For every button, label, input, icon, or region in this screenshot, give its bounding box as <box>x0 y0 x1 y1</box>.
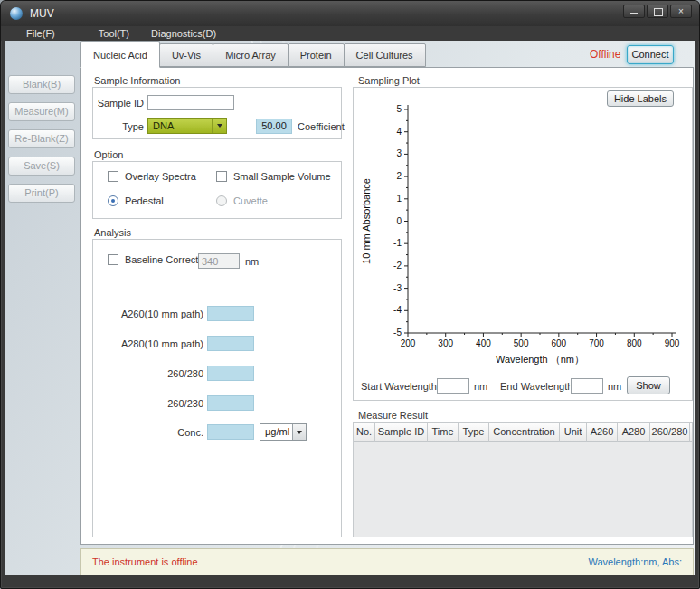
conc-label: Conc. <box>93 427 203 438</box>
start-wavelength-unit: nm <box>474 381 487 392</box>
svg-text:Wavelength （nm）: Wavelength （nm） <box>496 354 584 365</box>
title-bar: MUV × <box>1 1 699 26</box>
svg-text:2: 2 <box>396 171 402 181</box>
svg-text:400: 400 <box>476 338 491 348</box>
ratio-260-230-value <box>207 395 254 411</box>
sampling-plot-group: Hide Labels -5-4-3-2-1012345200300400500… <box>353 87 693 401</box>
tab-uv-vis[interactable]: Uv-Vis <box>159 43 213 67</box>
conc-value <box>207 424 254 440</box>
checkbox-icon <box>108 254 118 265</box>
option-title: Option <box>94 149 123 160</box>
small-sample-volume-checkbox[interactable]: Small Sample Volume <box>216 171 331 182</box>
connect-button[interactable]: Connect <box>627 45 674 64</box>
close-button[interactable]: × <box>670 5 692 18</box>
re-blank-button[interactable]: Re-Blank(Z) <box>8 129 75 148</box>
conc-unit-value: µg/ml <box>260 424 292 440</box>
checkbox-icon <box>216 171 227 182</box>
measure-result-title: Measure Result <box>358 410 428 421</box>
window-title: MUV <box>30 7 54 20</box>
end-wavelength-unit: nm <box>608 381 621 392</box>
column-sample-id: Sample ID <box>375 423 428 442</box>
radio-selected-icon <box>108 195 118 206</box>
window-controls: × <box>623 5 692 18</box>
ratio-260-280-label: 260/280 <box>93 368 203 379</box>
column-260-280: 260/280 <box>650 423 690 442</box>
chevron-down-icon <box>212 119 226 133</box>
sample-id-input[interactable] <box>147 95 234 110</box>
column-a280: A280 <box>618 423 650 442</box>
blank-button[interactable]: Blank(B) <box>8 75 75 94</box>
tab-protein[interactable]: Protein <box>288 43 345 67</box>
connection-status-label: Offline <box>590 48 620 61</box>
a280-label: A280(10 mm path) <box>93 338 203 349</box>
status-readout: Wavelength:nm, Abs: <box>588 556 682 567</box>
minimize-button[interactable] <box>623 5 645 18</box>
overlay-spectra-checkbox[interactable]: Overlay Spectra <box>108 171 196 182</box>
svg-text:200: 200 <box>401 338 416 348</box>
svg-text:10 mm Absorbance: 10 mm Absorbance <box>361 178 372 264</box>
maximize-button[interactable] <box>647 5 668 18</box>
measure-button[interactable]: Measure(M) <box>8 102 75 121</box>
column-unit: Unit <box>560 423 587 442</box>
tab-strip: Nucleic Acid Uv-Vis Micro Array Protein … <box>80 41 425 67</box>
tab-cell-cultures[interactable]: Cell Cultures <box>344 43 426 67</box>
a260-value <box>207 306 254 321</box>
absorbance-plot: -5-4-3-2-1012345200300400500600700800900… <box>354 88 692 400</box>
start-wavelength-label: Start Wavelength <box>361 381 437 392</box>
print-button[interactable]: Print(P) <box>8 184 75 203</box>
svg-text:5: 5 <box>396 104 402 114</box>
option-group: Overlay Spectra Small Sample Volume Pede… <box>92 161 342 219</box>
tab-nucleic-acid[interactable]: Nucleic Acid <box>80 41 160 68</box>
ratio-260-280-value <box>207 366 254 381</box>
menu-item-diagnostics[interactable]: Diagnostics(D) <box>151 28 216 39</box>
coefficient-value: 50.00 <box>256 119 292 134</box>
app-icon <box>10 7 23 20</box>
a260-label: A260(10 mm path) <box>93 309 203 319</box>
sample-information-group: Sample ID Type DNA 50.00 Coefficient <box>92 87 342 139</box>
type-label: Type <box>93 121 144 132</box>
measure-result-group: No. Sample ID Time Type Concentration Un… <box>353 422 693 537</box>
type-select[interactable]: DNA <box>147 118 227 134</box>
svg-text:300: 300 <box>438 338 453 348</box>
cuvette-radio[interactable]: Cuvette <box>216 195 268 206</box>
start-wavelength-input[interactable] <box>437 378 469 394</box>
conc-unit-select[interactable]: µg/ml <box>260 423 307 441</box>
save-button[interactable]: Save(S) <box>8 157 75 176</box>
baseline-unit-label: nm <box>245 256 259 267</box>
svg-text:-2: -2 <box>393 261 402 271</box>
svg-text:4: 4 <box>396 127 402 137</box>
status-message: The instrument is offline <box>92 556 198 567</box>
svg-text:3: 3 <box>396 148 402 158</box>
tab-micro-array[interactable]: Micro Array <box>213 43 289 67</box>
svg-text:800: 800 <box>627 338 642 348</box>
show-button[interactable]: Show <box>627 376 670 394</box>
status-bar: The instrument is offline Wavelength:nm,… <box>80 548 694 575</box>
menu-item-file[interactable]: File(F) <box>26 28 55 39</box>
baseline-wavelength-input[interactable] <box>198 253 240 269</box>
chevron-down-icon <box>292 424 306 440</box>
result-table-header: No. Sample ID Time Type Concentration Un… <box>354 423 692 442</box>
radio-disabled-icon <box>216 195 227 206</box>
baseline-correction-checkbox[interactable]: Baseline Correction <box>108 254 212 265</box>
sampling-plot-title: Sampling Plot <box>358 75 420 86</box>
end-wavelength-input[interactable] <box>571 378 603 394</box>
pedestal-label: Pedestal <box>125 195 164 206</box>
svg-text:600: 600 <box>552 338 567 348</box>
ratio-260-230-label: 260/230 <box>93 398 203 409</box>
coefficient-label: Coefficient <box>298 121 345 132</box>
svg-text:-3: -3 <box>393 283 402 293</box>
menu-item-tool[interactable]: Tool(T) <box>99 28 129 39</box>
svg-text:-4: -4 <box>393 305 402 315</box>
column-concentration: Concentration <box>489 423 560 442</box>
tab-content-panel: Sample Information Sample ID Type DNA 50… <box>80 67 694 545</box>
overlay-spectra-label: Overlay Spectra <box>125 171 196 182</box>
cuvette-label: Cuvette <box>233 195 268 206</box>
result-table-body <box>354 442 692 537</box>
svg-text:-1: -1 <box>393 238 402 248</box>
svg-text:900: 900 <box>665 338 680 348</box>
column-a260: A260 <box>587 423 618 442</box>
svg-text:-5: -5 <box>393 328 402 337</box>
a280-value <box>207 336 254 351</box>
analysis-group: Baseline Correction nm A260(10 mm path) … <box>92 239 342 537</box>
pedestal-radio[interactable]: Pedestal <box>108 195 164 206</box>
